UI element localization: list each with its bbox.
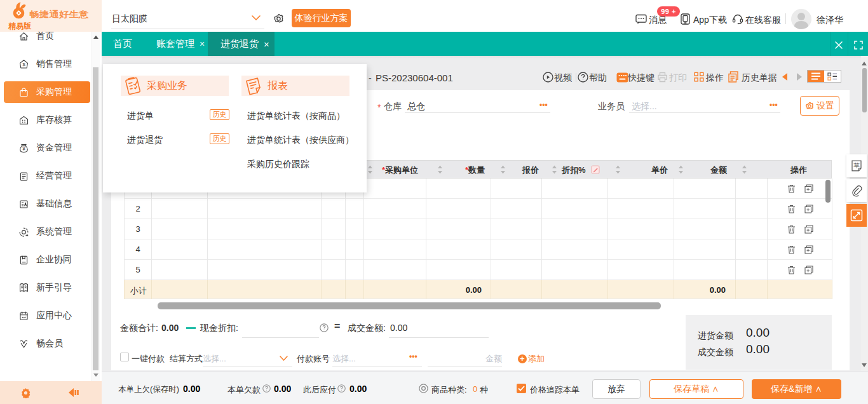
svg-text:¥: ¥ bbox=[22, 145, 25, 152]
svg-text:$: $ bbox=[22, 61, 25, 67]
